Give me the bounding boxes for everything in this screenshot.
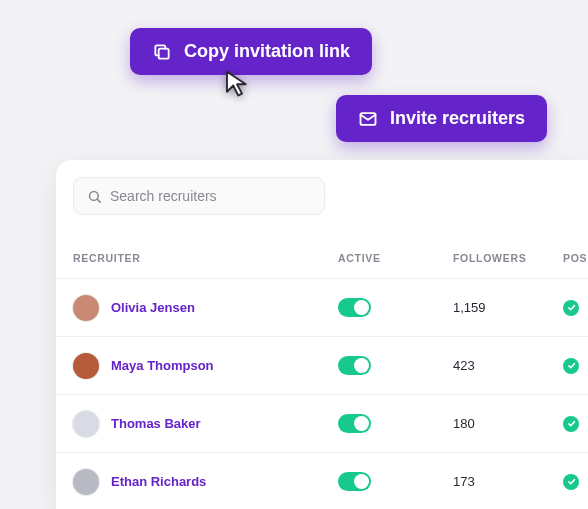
followers-cell: 1,159	[453, 300, 563, 315]
recruiter-name-link[interactable]: Ethan Richards	[111, 474, 206, 489]
recruiter-cell: Thomas Baker	[73, 411, 338, 437]
active-toggle[interactable]	[338, 298, 371, 317]
recruiter-cell: Maya Thompson	[73, 353, 338, 379]
recruiters-panel: RECRUITER ACTIVE FOLLOWERS POS Olivia Je…	[56, 160, 588, 509]
followers-cell: 180	[453, 416, 563, 431]
recruiter-name-link[interactable]: Thomas Baker	[111, 416, 201, 431]
status-cell	[563, 358, 588, 374]
active-toggle[interactable]	[338, 414, 371, 433]
table-row: Maya Thompson 423	[56, 336, 588, 394]
followers-cell: 423	[453, 358, 563, 373]
col-header-recruiter: RECRUITER	[73, 252, 338, 264]
invite-button-label: Invite recruiters	[390, 108, 525, 129]
copy-button-label: Copy invitation link	[184, 41, 350, 62]
svg-rect-0	[159, 48, 169, 58]
table-row: Thomas Baker 180	[56, 394, 588, 452]
recruiter-name-link[interactable]: Olivia Jensen	[111, 300, 195, 315]
cursor-icon	[222, 68, 252, 102]
copy-icon	[152, 42, 172, 62]
check-icon	[563, 416, 579, 432]
active-cell	[338, 472, 453, 491]
status-cell	[563, 300, 588, 316]
status-cell	[563, 416, 588, 432]
check-icon	[563, 474, 579, 490]
search-icon	[87, 189, 102, 204]
status-cell	[563, 474, 588, 490]
svg-line-3	[97, 199, 100, 202]
avatar	[73, 411, 99, 437]
active-cell	[338, 356, 453, 375]
avatar	[73, 295, 99, 321]
active-cell	[338, 298, 453, 317]
check-icon	[563, 300, 579, 316]
check-icon	[563, 358, 579, 374]
mail-icon	[358, 109, 378, 129]
avatar	[73, 469, 99, 495]
active-toggle[interactable]	[338, 356, 371, 375]
col-header-active: ACTIVE	[338, 252, 453, 264]
invite-recruiters-button[interactable]: Invite recruiters	[336, 95, 547, 142]
table-header: RECRUITER ACTIVE FOLLOWERS POS	[56, 232, 588, 278]
col-header-followers: FOLLOWERS	[453, 252, 563, 264]
active-cell	[338, 414, 453, 433]
active-toggle[interactable]	[338, 472, 371, 491]
followers-cell: 173	[453, 474, 563, 489]
recruiter-name-link[interactable]: Maya Thompson	[111, 358, 214, 373]
search-input-wrap[interactable]	[73, 177, 325, 215]
col-header-pos: POS	[563, 252, 588, 264]
table-row: Olivia Jensen 1,159	[56, 278, 588, 336]
search-input[interactable]	[110, 188, 311, 204]
avatar	[73, 353, 99, 379]
recruiter-cell: Olivia Jensen	[73, 295, 338, 321]
table-row: Ethan Richards 173	[56, 452, 588, 509]
recruiter-cell: Ethan Richards	[73, 469, 338, 495]
